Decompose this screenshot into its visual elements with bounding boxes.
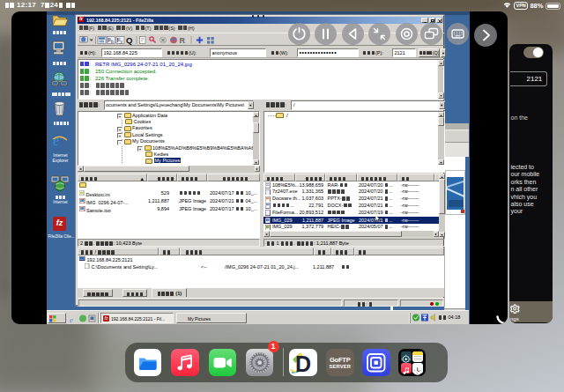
svg-text:e: e (70, 314, 73, 323)
svg-text:e: e (53, 133, 59, 148)
svg-text:Q: Q (126, 35, 132, 45)
svg-text:D: D (295, 351, 311, 375)
svg-text:R: R (180, 36, 186, 45)
svg-text:b: b (111, 39, 114, 44)
